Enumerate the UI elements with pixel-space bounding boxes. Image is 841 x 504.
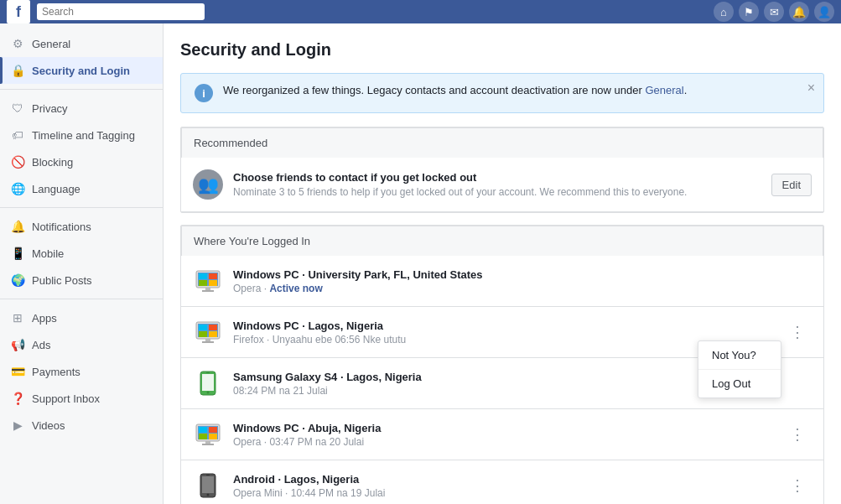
gear-icon: ⚙ xyxy=(10,36,25,51)
sidebar-item-supportinbox[interactable]: ❓ Support Inbox xyxy=(0,385,163,412)
windows-device-icon xyxy=(193,266,223,296)
layout: ⚙ General 🔒 Security and Login 🛡 Privacy… xyxy=(0,23,841,504)
sidebar-item-timeline[interactable]: 🏷 Timeline and Tagging xyxy=(0,122,163,148)
notifications-icon: 🔔 xyxy=(10,219,25,234)
svg-rect-14 xyxy=(205,339,210,341)
session-menu-button[interactable]: ⋮ xyxy=(783,320,812,345)
svg-rect-25 xyxy=(209,434,217,439)
svg-rect-29 xyxy=(202,476,214,493)
svg-rect-12 xyxy=(199,331,207,337)
edit-button[interactable]: Edit xyxy=(771,174,812,196)
log-out-option[interactable]: Log Out xyxy=(698,370,781,397)
sidebar-label-apps: Apps xyxy=(32,312,57,325)
svg-rect-15 xyxy=(202,341,214,343)
session-title: Windows PC · University Park, FL, United… xyxy=(233,268,812,281)
sidebar-item-blocking[interactable]: 🚫 Blocking xyxy=(0,148,163,175)
sidebar-divider-1 xyxy=(0,89,163,90)
sidebar-label-security: Security and Login xyxy=(32,65,130,77)
sidebar-label-mobile: Mobile xyxy=(32,247,64,260)
friends-icon: 👥 xyxy=(193,169,223,200)
payments-icon: 💳 xyxy=(10,364,25,379)
sidebar-label-blocking: Blocking xyxy=(32,156,73,169)
topbar-actions: ⌂ ⚑ ✉ 🔔 👤 xyxy=(714,2,834,22)
recommended-card: Recommended 👥 Choose friends to contact … xyxy=(180,127,824,213)
windows-device-icon xyxy=(193,317,223,347)
session-info: Windows PC · Abuja, Nigeria Opera · 03:4… xyxy=(233,422,773,448)
sidebar-divider-3 xyxy=(0,299,163,299)
sidebar-item-payments[interactable]: 💳 Payments xyxy=(0,358,163,385)
session-menu-button[interactable]: ⋮ xyxy=(783,473,812,498)
sidebar-item-security[interactable]: 🔒 Security and Login xyxy=(0,57,163,84)
support-icon: ❓ xyxy=(10,391,25,406)
info-banner: i We reorganized a few things. Legacy co… xyxy=(180,73,824,113)
session-row: Windows PC · Abuja, Nigeria Opera · 03:4… xyxy=(181,409,823,460)
svg-rect-27 xyxy=(202,444,214,445)
session-row: Android · Lagos, Nigeria Opera Mini · 10… xyxy=(181,460,823,504)
session-menu-button[interactable]: ⋮ xyxy=(783,422,812,447)
facebook-logo: f xyxy=(7,0,30,23)
recommended-desc: Nominate 3 to 5 friends to help if you g… xyxy=(233,186,761,198)
public-posts-icon: 🌍 xyxy=(10,273,25,288)
logged-in-section-header: Where You're Logged In xyxy=(181,226,823,256)
session-title: Windows PC · Abuja, Nigeria xyxy=(233,422,773,434)
session-title: Windows PC · Lagos, Nigeria xyxy=(233,320,773,332)
sidebar-item-privacy[interactable]: 🛡 Privacy xyxy=(0,95,163,122)
session-info: Windows PC · Lagos, Nigeria Firefox · Un… xyxy=(233,320,773,346)
sidebar-item-notifications[interactable]: 🔔 Notifications xyxy=(0,213,163,240)
user-icon[interactable]: 👤 xyxy=(814,2,834,22)
windows-device-icon xyxy=(193,419,223,449)
sidebar-label-publicposts: Public Posts xyxy=(32,274,92,287)
sidebar-label-timeline: Timeline and Tagging xyxy=(32,129,135,142)
sidebar-item-language[interactable]: 🌐 Language xyxy=(0,175,163,202)
block-icon: 🚫 xyxy=(10,154,25,169)
svg-rect-13 xyxy=(209,331,217,337)
sidebar-item-general[interactable]: ⚙ General xyxy=(0,30,163,57)
sidebar-label-ads: Ads xyxy=(32,339,50,351)
flag-icon[interactable]: ⚑ xyxy=(739,2,759,22)
ads-icon: 📢 xyxy=(10,337,25,352)
info-icon: i xyxy=(195,84,213,102)
svg-rect-19 xyxy=(206,372,210,373)
session-title: Android · Lagos, Nigeria xyxy=(233,473,773,486)
svg-rect-23 xyxy=(209,427,217,433)
sidebar-label-general: General xyxy=(32,38,70,50)
language-icon: 🌐 xyxy=(10,181,25,196)
not-you-option[interactable]: Not You? xyxy=(698,341,781,370)
bell-icon[interactable]: 🔔 xyxy=(789,2,809,22)
search-input[interactable] xyxy=(37,3,205,20)
sidebar-item-ads[interactable]: 📢 Ads xyxy=(0,331,163,358)
svg-rect-31 xyxy=(206,475,210,475)
session-info: Windows PC · University Park, FL, United… xyxy=(233,268,812,294)
session-row: Windows PC · Lagos, Nigeria Firefox · Un… xyxy=(181,307,823,358)
session-detail: Opera · Active now xyxy=(233,283,812,294)
sidebar-label-supportinbox: Support Inbox xyxy=(32,392,100,405)
main-content: Security and Login i We reorganized a fe… xyxy=(164,23,841,504)
lock-icon: 🔒 xyxy=(10,63,25,78)
session-detail: Opera · 03:47 PM na 20 Julai xyxy=(233,436,773,448)
general-link[interactable]: General xyxy=(645,84,683,96)
svg-rect-24 xyxy=(199,434,207,439)
apps-icon: ⊞ xyxy=(10,310,25,325)
message-icon[interactable]: ✉ xyxy=(764,2,784,22)
sidebar-label-privacy: Privacy xyxy=(32,102,68,115)
sidebar-item-mobile[interactable]: 📱 Mobile xyxy=(0,240,163,267)
sidebar-item-apps[interactable]: ⊞ Apps xyxy=(0,304,163,331)
tag-icon: 🏷 xyxy=(10,127,25,143)
home-icon[interactable]: ⌂ xyxy=(714,2,734,22)
svg-point-18 xyxy=(207,392,210,394)
sidebar-divider-2 xyxy=(0,207,163,208)
svg-rect-4 xyxy=(199,280,207,286)
sidebar-item-videos[interactable]: ▶ Videos xyxy=(0,412,163,439)
svg-rect-3 xyxy=(209,273,217,279)
session-info: Android · Lagos, Nigeria Opera Mini · 10… xyxy=(233,473,773,499)
close-icon[interactable]: × xyxy=(807,81,815,96)
sidebar: ⚙ General 🔒 Security and Login 🛡 Privacy… xyxy=(0,23,164,504)
mobile-icon: 📱 xyxy=(10,246,25,261)
sidebar-label-notifications: Notifications xyxy=(32,221,91,233)
info-banner-text: We reorganized a few things. Legacy cont… xyxy=(223,84,810,96)
svg-rect-11 xyxy=(209,325,217,330)
sidebar-item-publicposts[interactable]: 🌍 Public Posts xyxy=(0,267,163,294)
shield-icon: 🛡 xyxy=(10,101,25,116)
recommended-row: 👥 Choose friends to contact if you get l… xyxy=(181,158,823,212)
sidebar-label-videos: Videos xyxy=(32,419,65,432)
